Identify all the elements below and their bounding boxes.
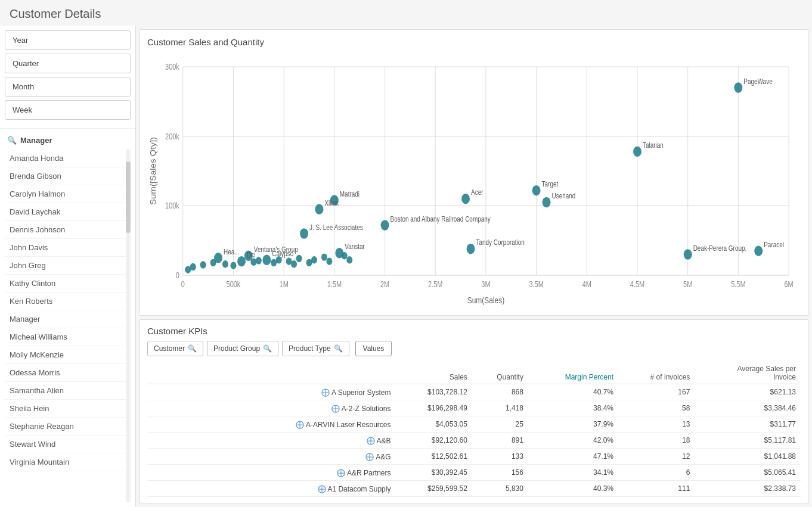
svg-point-53 [300,228,308,239]
manager-list-item[interactable]: David Laychak [5,203,131,221]
manager-header: 🔍 Manager [5,133,131,150]
svg-text:4M: 4M [582,280,591,289]
kpi-filter-btn-customer[interactable]: Customer 🔍 [147,341,203,356]
table-row[interactable]: ⨁ A1 Datacom Supply $259,599.52 5,830 40… [147,481,801,497]
expand-icon[interactable]: ⨁ [331,403,340,413]
avg-sales-cell: $2,338.73 [695,481,801,497]
svg-point-78 [256,257,262,265]
chart-title: Customer Sales and Quantity [147,37,801,47]
col-avg-sales: Average Sales perInvoice [695,362,801,384]
values-button[interactable]: Values [355,341,392,356]
svg-text:Vanstar: Vanstar [345,242,365,250]
svg-text:5.5M: 5.5M [731,280,745,289]
col-margin: Margin Percent [528,362,618,384]
search-icon: 🔍 [334,344,343,353]
svg-text:1.5M: 1.5M [327,280,342,289]
svg-point-59 [754,245,763,256]
table-row[interactable]: ⨁ A&B $92,120.60 891 42.0% 18 $5,117.81 [147,433,801,449]
manager-list-item[interactable]: John Davis [5,239,131,257]
chart-area: 0500k1M1.5M2M2.5M3M3.5M4M4.5M5M5.5M6M010… [147,52,801,305]
svg-text:Sum([Sales Qty]): Sum([Sales Qty]) [149,137,157,205]
manager-list-item[interactable]: John Greg [5,257,131,275]
col-invoices: # of invoices [618,362,695,384]
customer-name-cell: ⨁ A&R Partners [147,465,395,481]
manager-list-item[interactable]: Micheal Williams [5,328,131,346]
invoices-cell: 111 [618,481,695,497]
manager-list-item[interactable]: Stewart Wind [5,436,131,453]
manager-list-item[interactable]: Dennis Johnson [5,221,131,239]
avg-sales-cell: $621.13 [695,384,801,400]
svg-text:100k: 100k [165,201,179,210]
manager-list-item[interactable]: Carolyn Halmon [5,185,131,203]
sidebar: YearQuarterMonthWeek 🔍 Manager Amanda Ho… [0,26,136,507]
quantity-cell: 25 [472,416,528,433]
filter-quarter[interactable]: Quarter [5,54,131,73]
svg-text:Sum(Sales): Sum(Sales) [467,296,504,305]
filter-month[interactable]: Month [5,77,131,97]
svg-text:2M: 2M [380,280,389,289]
table-row[interactable]: ⨁ A&G $12,502.61 133 47.1% 12 $1,041.88 [147,449,801,465]
avg-sales-cell: $1,041.88 [695,449,801,465]
expand-icon[interactable]: ⨁ [296,419,304,429]
manager-list-container[interactable]: Amanda HondaBrenda GibsonCarolyn HalmonD… [5,150,131,502]
svg-point-84 [306,259,312,267]
expand-icon[interactable]: ⨁ [367,436,375,445]
customer-name-cell: ⨁ A&B [147,433,395,449]
svg-text:0: 0 [176,271,179,280]
manager-list-item[interactable]: Samantha Allen [5,382,131,400]
search-icon: 🔍 [7,136,17,145]
svg-text:J. S. Lee Associates: J. S. Lee Associates [309,223,363,231]
table-row[interactable]: ⨁ A-2-Z Solutions $196,298.49 1,418 38.4… [147,400,801,416]
manager-list-item[interactable]: Odessa Morris [5,364,131,382]
invoices-cell: 167 [618,384,695,400]
manager-list-item[interactable]: Sheila Hein [5,400,131,418]
table-row[interactable]: ⨁ A-ARVIN Laser Resources $4,053.05 25 3… [147,416,801,433]
expand-icon[interactable]: ⨁ [318,484,326,493]
manager-list-item[interactable]: Amanda Honda [5,150,131,167]
filter-week[interactable]: Week [5,100,131,120]
manager-list-item[interactable]: Ken Roberts [5,293,131,310]
expand-icon[interactable]: ⨁ [365,452,374,461]
svg-point-79 [271,259,277,267]
sales-cell: $12,502.61 [395,449,472,465]
svg-point-88 [342,252,348,260]
kpi-filter-btn-product-type[interactable]: Product Type 🔍 [282,341,349,356]
svg-text:PageWave: PageWave [743,77,772,85]
manager-list-item[interactable]: Stephanie Reagan [5,418,131,436]
svg-point-49 [315,204,323,214]
svg-point-72 [190,263,196,271]
col-sales: Sales [395,362,472,384]
sales-cell: $92,120.60 [395,433,472,449]
margin-cell: 40.7% [528,384,618,400]
expand-icon[interactable]: ⨁ [321,387,330,397]
svg-text:2.5M: 2.5M [428,280,442,289]
svg-point-85 [311,256,317,264]
content-area: Customer Sales and Quantity 0500k1M1.5M2… [136,26,812,507]
avg-sales-cell: $311.77 [695,416,801,433]
svg-text:Calypso: Calypso [272,250,293,257]
manager-list-item[interactable]: Molly McKenzie [5,346,131,364]
invoices-cell: 58 [618,400,695,416]
svg-text:Xilinx: Xilinx [324,199,339,207]
svg-point-61 [684,249,692,260]
manager-list-item[interactable]: Virginia Mountain [5,453,131,471]
expand-icon[interactable]: ⨁ [337,468,345,477]
margin-cell: 38.4% [528,400,618,416]
filter-year[interactable]: Year [5,30,131,50]
table-row[interactable]: ⨁ A Superior System $103,728.12 868 40.7… [147,384,801,400]
invoices-cell: 12 [618,449,695,465]
invoices-cell: 18 [618,433,695,449]
kpi-controls: Customer 🔍Product Group 🔍Product Type 🔍V… [147,341,801,356]
svg-point-65 [262,255,271,266]
svg-text:Boston and Albany Railroad Com: Boston and Albany Railroad Company [390,215,491,223]
scrollbar-thumb[interactable] [126,161,131,233]
manager-list-item[interactable]: Kathy Clinton [5,275,131,293]
kpi-filter-btn-product-group[interactable]: Product Group 🔍 [207,341,278,356]
chart-panel: Customer Sales and Quantity 0500k1M1.5M2… [140,29,808,316]
kpi-tbody: ⨁ A Superior System $103,728.12 868 40.7… [147,384,801,497]
table-row[interactable]: ⨁ A&R Partners $30,392.45 156 34.1% 6 $5… [147,465,801,481]
invoices-cell: 13 [618,416,695,433]
manager-list-item[interactable]: Brenda Gibson [5,167,131,185]
svg-text:0: 0 [181,280,185,289]
manager-list-item[interactable]: Manager [5,310,131,328]
